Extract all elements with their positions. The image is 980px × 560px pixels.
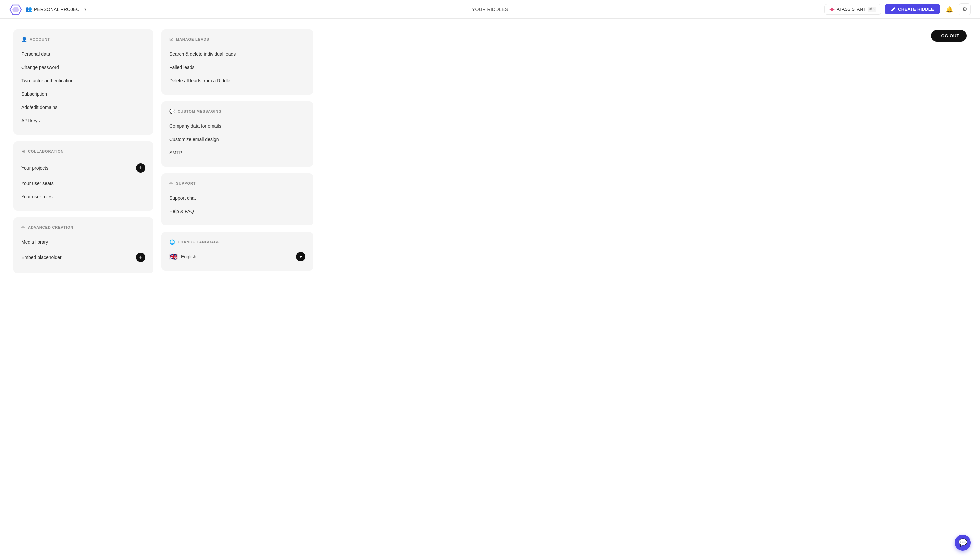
advanced-creation-card: ✏ ADVANCED CREATION Media library Embed … — [13, 217, 153, 273]
custom-messaging-items: Company data for emails Customize email … — [169, 119, 305, 159]
support-items: Support chat Help & FAQ — [169, 191, 305, 218]
smtp-item[interactable]: SMTP — [169, 146, 305, 159]
project-name: PERSONAL PROJECT — [34, 7, 82, 12]
header-right: AI ASSISTANT ⌘K CREATE RIDDLE 🔔 ⚙ — [824, 3, 971, 15]
advanced-title: ADVANCED CREATION — [28, 225, 73, 229]
collaboration-icon: ⊞ — [21, 149, 25, 154]
manage-leads-header: ✉ MANAGE LEADS — [169, 37, 305, 42]
collaboration-items: Your projects + Your user seats Your use… — [21, 159, 145, 203]
header: 👥 PERSONAL PROJECT ▾ YOUR RIDDLES AI ASS… — [0, 0, 980, 19]
right-column: ✉ MANAGE LEADS Search & delete individua… — [161, 29, 313, 273]
advanced-items: Media library Embed placeholder + — [21, 235, 145, 266]
main-content: 👤 ACCOUNT Personal data Change password … — [0, 19, 327, 284]
ai-diamond-icon — [829, 7, 835, 12]
chat-bubble-icon: 💬 — [958, 538, 967, 547]
change-language-header: 🌐 CHANGE LANGUAGE — [169, 239, 305, 245]
keyboard-shortcut: ⌘K — [868, 7, 876, 12]
gear-icon: ⚙ — [962, 6, 967, 12]
help-faq-item[interactable]: Help & FAQ — [169, 205, 305, 218]
pencil-icon: ✏ — [21, 225, 25, 230]
logout-area: LOG OUT — [931, 30, 967, 42]
manage-leads-card: ✉ MANAGE LEADS Search & delete individua… — [161, 29, 313, 95]
cards-container: 👤 ACCOUNT Personal data Change password … — [13, 29, 313, 273]
delete-all-leads-item[interactable]: Delete all leads from a Riddle — [169, 74, 305, 87]
manage-leads-title: MANAGE LEADS — [176, 37, 209, 41]
add-embed-button[interactable]: + — [136, 253, 145, 262]
api-keys-item[interactable]: API keys — [21, 114, 145, 127]
collaboration-card-header: ⊞ COLLABORATION — [21, 149, 145, 154]
personal-data-item[interactable]: Personal data — [21, 47, 145, 61]
add-edit-domains-item[interactable]: Add/edit domains — [21, 101, 145, 114]
logo-icon — [9, 3, 22, 16]
search-delete-leads-item[interactable]: Search & delete individual leads — [169, 47, 305, 61]
edit-icon — [891, 7, 896, 12]
account-card-header: 👤 ACCOUNT — [21, 37, 145, 42]
add-project-button[interactable]: + — [136, 163, 145, 173]
customize-email-design-item[interactable]: Customize email design — [169, 133, 305, 146]
svg-marker-1 — [12, 7, 19, 12]
account-items: Personal data Change password Two-factor… — [21, 47, 145, 127]
account-title: ACCOUNT — [30, 37, 50, 41]
language-left: 🇬🇧 English — [169, 253, 196, 261]
user-roles-item[interactable]: Your user roles — [21, 190, 145, 203]
advanced-card-header: ✏ ADVANCED CREATION — [21, 225, 145, 230]
envelope-icon: ✉ — [169, 37, 173, 42]
bell-icon: 🔔 — [946, 6, 953, 13]
company-data-emails-item[interactable]: Company data for emails — [169, 119, 305, 133]
chevron-down-icon: ▾ — [84, 7, 86, 12]
your-projects-item[interactable]: Your projects + — [21, 159, 145, 177]
support-title: SUPPORT — [176, 181, 196, 185]
account-icon: 👤 — [21, 37, 27, 42]
people-icon: 👥 — [25, 6, 32, 12]
custom-messaging-title: CUSTOM MESSAGING — [178, 109, 222, 113]
settings-button[interactable]: ⚙ — [959, 3, 971, 15]
manage-leads-items: Search & delete individual leads Failed … — [169, 47, 305, 87]
two-factor-item[interactable]: Two-factor authentication — [21, 74, 145, 87]
subscription-item[interactable]: Subscription — [21, 87, 145, 101]
header-left: 👥 PERSONAL PROJECT ▾ — [9, 3, 86, 16]
language-item: 🇬🇧 English ▾ — [169, 250, 305, 263]
project-selector[interactable]: 👥 PERSONAL PROJECT ▾ — [25, 6, 86, 12]
collaboration-card: ⊞ COLLABORATION Your projects + Your use… — [13, 141, 153, 211]
support-icon: ✏ — [169, 181, 173, 186]
create-riddle-button[interactable]: CREATE RIDDLE — [885, 4, 940, 14]
notifications-button[interactable]: 🔔 — [943, 3, 955, 15]
globe-icon: 🌐 — [169, 239, 175, 245]
media-library-item[interactable]: Media library — [21, 235, 145, 249]
left-column: 👤 ACCOUNT Personal data Change password … — [13, 29, 153, 273]
language-dropdown-button[interactable]: ▾ — [296, 252, 305, 261]
ai-assistant-button[interactable]: AI ASSISTANT ⌘K — [824, 4, 881, 15]
user-seats-item[interactable]: Your user seats — [21, 177, 145, 190]
change-password-item[interactable]: Change password — [21, 61, 145, 74]
chat-icon: 💬 — [169, 109, 175, 114]
support-card: ✏ SUPPORT Support chat Help & FAQ — [161, 173, 313, 225]
flag-icon: 🇬🇧 — [169, 253, 178, 261]
custom-messaging-card: 💬 CUSTOM MESSAGING Company data for emai… — [161, 101, 313, 167]
chat-support-bubble[interactable]: 💬 — [955, 535, 971, 551]
change-language-card: 🌐 CHANGE LANGUAGE 🇬🇧 English ▾ — [161, 232, 313, 271]
account-card: 👤 ACCOUNT Personal data Change password … — [13, 29, 153, 135]
collaboration-title: COLLABORATION — [28, 149, 64, 153]
custom-messaging-header: 💬 CUSTOM MESSAGING — [169, 109, 305, 114]
support-chat-item[interactable]: Support chat — [169, 191, 305, 205]
language-label: English — [181, 254, 196, 259]
change-language-title: CHANGE LANGUAGE — [178, 240, 220, 244]
logout-button[interactable]: LOG OUT — [931, 30, 967, 42]
failed-leads-item[interactable]: Failed leads — [169, 61, 305, 74]
nav-center: YOUR RIDDLES — [472, 7, 508, 12]
support-header: ✏ SUPPORT — [169, 181, 305, 186]
embed-placeholder-item[interactable]: Embed placeholder + — [21, 249, 145, 266]
